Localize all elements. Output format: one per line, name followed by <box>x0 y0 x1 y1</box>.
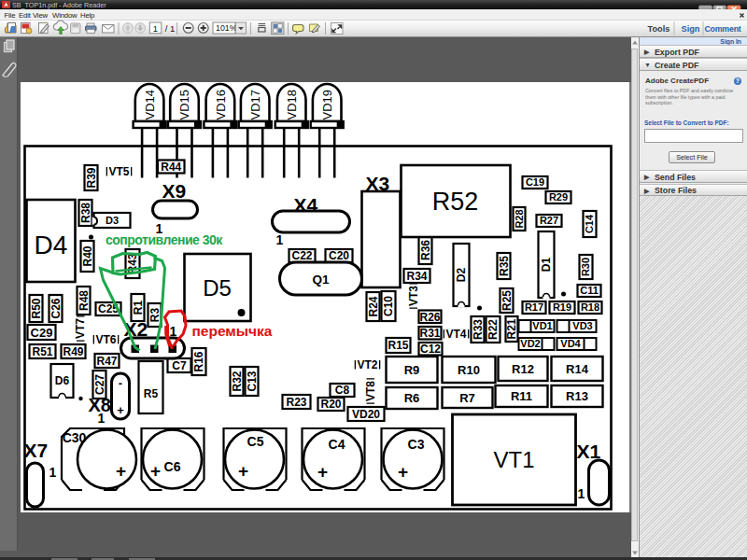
svg-text:R40: R40 <box>80 245 93 266</box>
svg-text:R39: R39 <box>84 167 97 188</box>
svg-text:R28: R28 <box>513 209 524 228</box>
svg-text:R30: R30 <box>580 258 591 276</box>
svg-text:1: 1 <box>577 486 585 501</box>
svg-text:R51: R51 <box>32 345 52 358</box>
svg-text:1: 1 <box>169 324 176 339</box>
svg-text:-: - <box>118 376 121 390</box>
svg-text:C8: C8 <box>334 384 349 397</box>
svg-text:VT1: VT1 <box>493 447 534 472</box>
svg-text:R21: R21 <box>505 318 518 339</box>
svg-text:R23: R23 <box>286 396 306 409</box>
svg-text:VD15: VD15 <box>177 90 191 120</box>
svg-text:C3: C3 <box>407 437 424 452</box>
svg-text:R32: R32 <box>230 371 243 391</box>
svg-text:R35: R35 <box>497 256 510 276</box>
svg-text:VD17: VD17 <box>248 90 262 120</box>
svg-text:C14: C14 <box>584 214 595 233</box>
svg-text:VD18: VD18 <box>285 90 299 120</box>
svg-text:1: 1 <box>275 232 283 247</box>
svg-text:+: + <box>115 461 125 481</box>
svg-text:X9: X9 <box>162 180 186 202</box>
svg-text:X4: X4 <box>293 194 317 216</box>
svg-text:R18: R18 <box>580 301 599 313</box>
svg-text:+: + <box>117 403 124 417</box>
svg-text:C4: C4 <box>328 437 345 452</box>
svg-text:R24: R24 <box>366 296 379 316</box>
svg-text:X3: X3 <box>365 173 389 194</box>
svg-text:VD20: VD20 <box>351 408 379 421</box>
svg-text:R47: R47 <box>96 355 117 368</box>
svg-text:VD2: VD2 <box>520 338 540 349</box>
svg-text:R12: R12 <box>512 362 534 376</box>
svg-text:X1: X1 <box>576 441 600 462</box>
svg-text:C30: C30 <box>62 430 86 445</box>
svg-text:D1: D1 <box>540 258 553 273</box>
svg-text:C12: C12 <box>419 343 440 356</box>
svg-text:+: + <box>317 462 327 482</box>
svg-text:VT7: VT7 <box>74 318 87 339</box>
svg-text:R7: R7 <box>459 391 475 405</box>
svg-text:VD14: VD14 <box>142 90 156 120</box>
svg-text:R38: R38 <box>78 203 92 223</box>
svg-text:C22: C22 <box>291 249 312 262</box>
svg-text:C5: C5 <box>247 434 263 449</box>
svg-text:сопротивление 30к: сопротивление 30к <box>106 232 223 247</box>
svg-text:C27: C27 <box>92 374 106 395</box>
svg-text:R6: R6 <box>403 391 419 405</box>
svg-text:VD4: VD4 <box>560 338 581 349</box>
svg-text:R19: R19 <box>552 301 571 313</box>
svg-text:R26: R26 <box>419 311 440 324</box>
svg-text:R48: R48 <box>77 290 90 311</box>
svg-text:R10: R10 <box>458 363 480 377</box>
svg-text:+: + <box>397 462 407 482</box>
svg-text:R31: R31 <box>419 327 440 340</box>
svg-text:1: 1 <box>49 465 56 480</box>
svg-text:перемычка: перемычка <box>191 323 272 339</box>
svg-text:D5: D5 <box>203 275 232 301</box>
svg-text:Tools: Tools <box>648 24 670 34</box>
svg-text:R16: R16 <box>192 351 205 371</box>
svg-text:D3: D3 <box>105 215 118 226</box>
svg-text:+: + <box>149 461 160 481</box>
svg-text:Sign: Sign <box>682 24 700 34</box>
svg-text:R20: R20 <box>320 398 341 411</box>
svg-text:R49: R49 <box>63 345 83 358</box>
svg-text:C6: C6 <box>163 459 180 474</box>
svg-text:C10: C10 <box>382 296 395 316</box>
svg-text:R11: R11 <box>510 389 531 403</box>
svg-text:VD1: VD1 <box>532 320 552 331</box>
svg-text:R5: R5 <box>143 387 158 400</box>
svg-text:VD19: VD19 <box>320 90 334 120</box>
svg-text:Comment: Comment <box>704 24 740 34</box>
svg-text:X7: X7 <box>23 440 48 461</box>
svg-text:VD3: VD3 <box>572 320 592 331</box>
svg-text:C7: C7 <box>172 359 187 372</box>
svg-text:R52: R52 <box>431 188 478 216</box>
svg-text:/ 1: / 1 <box>165 23 176 34</box>
svg-text:D4: D4 <box>34 231 67 259</box>
svg-text:D2: D2 <box>455 268 468 283</box>
svg-text:C11: C11 <box>580 285 599 296</box>
svg-text:R34: R34 <box>406 270 427 283</box>
svg-text:R25: R25 <box>500 290 513 311</box>
svg-text:R44: R44 <box>161 161 181 174</box>
svg-text:1: 1 <box>97 411 105 426</box>
svg-text:C20: C20 <box>328 249 348 262</box>
svg-text:Q1: Q1 <box>312 273 330 287</box>
svg-text:C29: C29 <box>30 326 52 340</box>
svg-text:C26: C26 <box>49 298 62 318</box>
svg-text:VD16: VD16 <box>213 90 227 120</box>
svg-text:C13: C13 <box>245 371 258 391</box>
svg-text:1: 1 <box>153 23 158 34</box>
svg-text:R3: R3 <box>148 308 161 323</box>
svg-text:R50: R50 <box>29 298 42 318</box>
svg-text:R9: R9 <box>403 363 419 377</box>
svg-text:101%: 101% <box>216 23 237 33</box>
svg-text:VT2: VT2 <box>357 358 377 371</box>
svg-text:R22: R22 <box>486 319 500 340</box>
svg-text:R1: R1 <box>131 301 144 315</box>
svg-text:R27: R27 <box>539 215 557 226</box>
svg-text:R13: R13 <box>566 389 588 403</box>
svg-text:D6: D6 <box>54 374 69 387</box>
svg-text:R14: R14 <box>566 362 589 376</box>
